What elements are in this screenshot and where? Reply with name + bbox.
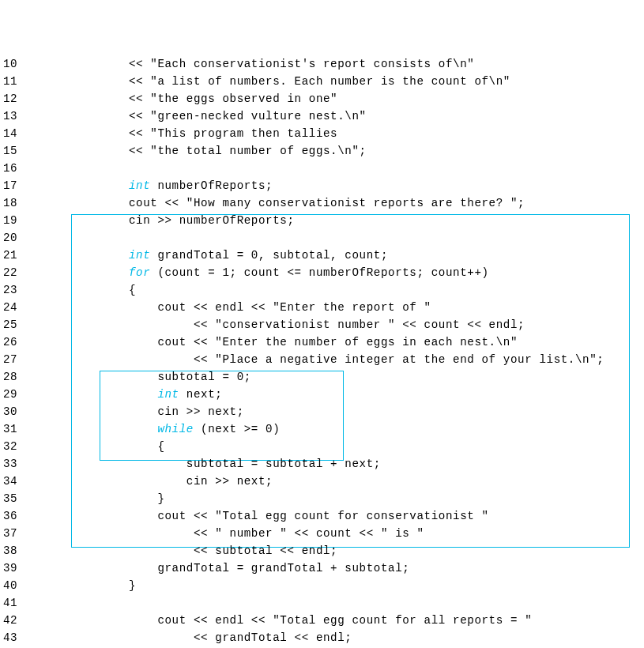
code-line: 42 cout << endl << "Total egg count for … bbox=[0, 612, 644, 629]
code-line: 20 bbox=[0, 229, 644, 247]
line-code: grandTotal = grandTotal + subtotal; bbox=[28, 559, 409, 577]
code-line: 26 cout << "Enter the number of eggs in … bbox=[0, 333, 644, 351]
code-line: 32 { bbox=[0, 438, 644, 455]
line-code: cout << endl << "Total egg count for all… bbox=[28, 612, 532, 629]
line-code: for (count = 1; count <= numberOfReports… bbox=[28, 264, 489, 281]
code-line: 17 int numberOfReports; bbox=[0, 177, 644, 194]
code-line: 43 << grandTotal << endl; bbox=[0, 629, 644, 646]
line-number: 41 bbox=[0, 594, 28, 612]
code-token: { bbox=[129, 284, 136, 296]
keyword-token: int bbox=[129, 179, 150, 192]
line-code: << "the eggs observed in one" bbox=[28, 90, 337, 107]
code-token: << "Place a negative integer at the end … bbox=[186, 353, 604, 366]
code-token: cout << endl << "Total egg count for all… bbox=[157, 614, 532, 627]
code-line: 22 for (count = 1; count <= numberOfRepo… bbox=[0, 264, 644, 281]
line-code: { bbox=[28, 438, 165, 455]
code-token: cin >> next; bbox=[186, 475, 273, 488]
line-code: } bbox=[28, 577, 136, 594]
line-number: 34 bbox=[0, 473, 28, 490]
line-number: 43 bbox=[0, 629, 28, 646]
code-line: 39 grandTotal = grandTotal + subtotal; bbox=[0, 559, 644, 577]
line-number: 25 bbox=[0, 316, 28, 333]
line-number: 10 bbox=[0, 55, 28, 73]
code-line: 34 cin >> next; bbox=[0, 473, 644, 490]
code-line: 29 int next; bbox=[0, 386, 644, 403]
code-line: 38 << subtotal << endl; bbox=[0, 542, 644, 559]
code-line: 36 cout << "Total egg count for conserva… bbox=[0, 507, 644, 525]
line-code: int grandTotal = 0, subtotal, count; bbox=[28, 247, 388, 264]
line-code: cin >> next; bbox=[28, 473, 273, 490]
code-token: grandTotal = 0, subtotal, count; bbox=[150, 249, 388, 262]
keyword-token: int bbox=[157, 388, 179, 401]
code-token: << " number " << count << " is " bbox=[186, 527, 424, 540]
code-line: 10 << "Each conservationist's report con… bbox=[0, 55, 644, 73]
line-number: 19 bbox=[0, 212, 28, 229]
line-number: 35 bbox=[0, 490, 28, 507]
code-line: 14 << "This program then tallies bbox=[0, 125, 644, 142]
line-number: 15 bbox=[0, 142, 28, 160]
code-block: 10 << "Each conservationist's report con… bbox=[0, 3, 644, 648]
code-line: 27 << "Place a negative integer at the e… bbox=[0, 351, 644, 368]
line-code: << "Place a negative integer at the end … bbox=[28, 351, 604, 368]
code-token: << "the eggs observed in one" bbox=[129, 92, 337, 105]
line-code: cin >> next; bbox=[28, 403, 244, 420]
line-number: 29 bbox=[0, 386, 28, 403]
code-token: << subtotal << endl; bbox=[186, 544, 337, 557]
line-number: 40 bbox=[0, 577, 28, 594]
line-number: 18 bbox=[0, 194, 28, 212]
line-number: 23 bbox=[0, 281, 28, 299]
line-code: << "a list of numbers. Each number is th… bbox=[28, 73, 510, 90]
line-code: cout << "How many conservationist report… bbox=[28, 194, 525, 212]
code-token: { bbox=[157, 440, 164, 453]
code-line: 31 while (next >= 0) bbox=[0, 420, 644, 438]
line-number: 28 bbox=[0, 368, 28, 386]
line-number: 38 bbox=[0, 542, 28, 559]
code-line: 37 << " number " << count << " is " bbox=[0, 525, 644, 542]
code-line: 40 } bbox=[0, 577, 644, 594]
code-token: (next >= 0) bbox=[194, 423, 280, 435]
code-line: 12 << "the eggs observed in one" bbox=[0, 90, 644, 107]
line-number: 24 bbox=[0, 299, 28, 316]
code-token: subtotal = subtotal + next; bbox=[186, 458, 381, 470]
line-code: cout << "Enter the number of eggs in eac… bbox=[28, 333, 518, 351]
line-code bbox=[28, 160, 71, 177]
code-line: 11 << "a list of numbers. Each number is… bbox=[0, 73, 644, 90]
code-token: subtotal = 0; bbox=[157, 371, 250, 383]
line-code: << "Each conservationist's report consis… bbox=[28, 55, 474, 73]
line-number: 16 bbox=[0, 160, 28, 177]
line-number: 31 bbox=[0, 420, 28, 438]
line-number: 20 bbox=[0, 229, 28, 247]
line-number: 22 bbox=[0, 264, 28, 281]
line-code: << "the total number of eggs.\n"; bbox=[28, 142, 367, 160]
line-number: 14 bbox=[0, 125, 28, 142]
line-code: << "conservationist number " << count <<… bbox=[28, 316, 525, 333]
line-code: } bbox=[28, 490, 165, 507]
line-code: << "green-necked vulture nest.\n" bbox=[28, 107, 367, 125]
line-number: 21 bbox=[0, 247, 28, 264]
code-token: << "conservationist number " << count <<… bbox=[186, 318, 525, 331]
line-number: 30 bbox=[0, 403, 28, 420]
code-line: 15 << "the total number of eggs.\n"; bbox=[0, 142, 644, 160]
line-code: cout << endl << "Enter the report of " bbox=[28, 299, 431, 316]
line-number: 36 bbox=[0, 507, 28, 525]
code-token: numberOfReports; bbox=[150, 179, 273, 192]
line-number: 17 bbox=[0, 177, 28, 194]
code-token: cin >> next; bbox=[157, 405, 243, 418]
code-line: 13 << "green-necked vulture nest.\n" bbox=[0, 107, 644, 125]
line-code: { bbox=[28, 281, 136, 299]
line-number: 26 bbox=[0, 333, 28, 351]
code-token: cin >> numberOfReports; bbox=[129, 214, 295, 227]
line-code: cout << "Total egg count for conservatio… bbox=[28, 507, 489, 525]
code-token: cout << "Total egg count for conservatio… bbox=[157, 510, 488, 522]
code-token: cout << "Enter the number of eggs in eac… bbox=[157, 336, 518, 348]
code-token: << "a list of numbers. Each number is th… bbox=[129, 75, 510, 88]
code-token: << "the total number of eggs.\n"; bbox=[129, 145, 367, 157]
line-code: while (next >= 0) bbox=[28, 420, 280, 438]
line-code: int numberOfReports; bbox=[28, 177, 273, 194]
line-code: subtotal = subtotal + next; bbox=[28, 455, 381, 473]
line-number: 39 bbox=[0, 559, 28, 577]
line-number: 27 bbox=[0, 351, 28, 368]
code-token: cout << "How many conservationist report… bbox=[129, 197, 525, 209]
code-token: << "Each conservationist's report consis… bbox=[129, 58, 474, 70]
line-number: 12 bbox=[0, 90, 28, 107]
